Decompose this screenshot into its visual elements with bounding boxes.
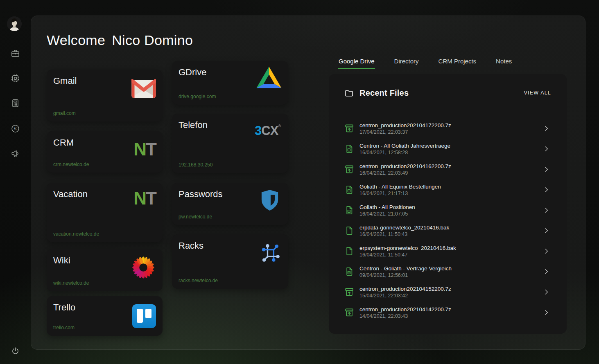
tile-vacation[interactable]: Vacation NT vacation.newtelco.de bbox=[47, 183, 163, 242]
tile-title: Gmail bbox=[53, 76, 77, 86]
file-timestamp: 14/04/2021, 22:03:43 bbox=[359, 313, 451, 319]
power-button[interactable] bbox=[10, 346, 20, 356]
spreadsheet-icon bbox=[344, 267, 354, 276]
tile-passwords[interactable]: Passwords pw.newtelco.de bbox=[172, 183, 288, 225]
tile-subtitle: drive.google.com bbox=[179, 94, 216, 99]
chevron-right-icon bbox=[542, 165, 550, 173]
newtelco-logo: NT bbox=[133, 140, 156, 158]
tab-google-drive[interactable]: Google Drive bbox=[338, 58, 375, 69]
tile-subtitle: racks.newtelco.de bbox=[179, 278, 218, 283]
newtelco-logo: NT bbox=[133, 189, 156, 207]
tile-title: Vacation bbox=[53, 189, 88, 200]
view-all-button[interactable]: VIEW ALL bbox=[524, 90, 551, 96]
tile-subtitle: 192.168.30.250 bbox=[179, 162, 212, 168]
archive-icon bbox=[344, 287, 354, 297]
user-photo bbox=[7, 16, 22, 31]
tab-directory[interactable]: Directory bbox=[394, 58, 419, 69]
tile-subtitle: wiki.newtelco.de bbox=[53, 280, 89, 286]
chevron-right-icon bbox=[542, 288, 550, 296]
chevron-right-icon bbox=[542, 124, 550, 133]
greeting-text: Welcome bbox=[47, 32, 105, 48]
recent-files-title: Recent Files bbox=[359, 88, 409, 98]
sidebar-item-announcements[interactable] bbox=[10, 148, 20, 159]
tile-gmail[interactable]: Gmail gmail.com bbox=[47, 70, 163, 121]
file-timestamp: 16/04/2021, 11:50:47 bbox=[359, 252, 456, 258]
recent-files-header: Recent Files VIEW ALL bbox=[344, 87, 551, 99]
page-title: WelcomeNico Domino bbox=[47, 32, 193, 48]
file-timestamp: 16/04/2021, 12:58:28 bbox=[359, 150, 450, 155]
document-icon bbox=[344, 226, 354, 236]
chevron-right-icon bbox=[542, 206, 550, 214]
sidebar: € bbox=[0, 0, 31, 364]
tile-title: CRM bbox=[53, 137, 74, 148]
file-name: centron_production202104142200.7z bbox=[359, 306, 451, 312]
tile-subtitle: pw.newtelco.de bbox=[179, 214, 212, 220]
archive-icon bbox=[344, 124, 354, 133]
chevron-right-icon bbox=[542, 145, 550, 153]
sidebar-item-finance[interactable]: € bbox=[10, 123, 20, 134]
file-row[interactable]: centron_production202104142200.7z14/04/2… bbox=[329, 302, 567, 323]
calculator-icon bbox=[11, 99, 20, 108]
tile-title: Wiki bbox=[53, 255, 70, 266]
file-row[interactable]: erpdata-gonnewtelco_20210416.bak16/04/20… bbox=[329, 220, 567, 241]
tile-title: GDrive bbox=[179, 67, 206, 78]
chevron-right-icon bbox=[542, 267, 550, 276]
file-row[interactable]: Centron - Goliath - Vertrage Vergleich09… bbox=[329, 261, 567, 282]
spreadsheet-icon bbox=[344, 185, 354, 195]
file-name: Goliath - All Positionen bbox=[359, 204, 415, 210]
file-row[interactable]: centron_production202104172200.7z17/04/2… bbox=[329, 118, 567, 139]
file-row[interactable]: Centron - All Goliath Jahresvertraege16/… bbox=[329, 139, 567, 159]
tile-gdrive[interactable]: GDrive drive.google.com bbox=[172, 61, 288, 105]
wiki-sunflower-icon bbox=[131, 255, 156, 280]
file-timestamp: 09/04/2021, 12:56:01 bbox=[359, 272, 452, 278]
euro-coin-icon: € bbox=[11, 124, 20, 133]
power-icon bbox=[11, 346, 20, 356]
google-drive-icon bbox=[256, 67, 282, 89]
avatar[interactable] bbox=[7, 16, 22, 31]
tile-subtitle: gmail.com bbox=[53, 110, 76, 116]
tile-title: Passwords bbox=[179, 189, 223, 200]
file-name: Centron - Goliath - Vertrage Vergleich bbox=[359, 265, 452, 272]
spreadsheet-icon bbox=[344, 205, 354, 215]
sidebar-item-calculator[interactable] bbox=[10, 98, 20, 108]
tile-subtitle: trello.com bbox=[53, 325, 75, 330]
tile-subtitle: vacation.newtelco.de bbox=[53, 231, 99, 237]
tile-title: Trello bbox=[53, 302, 75, 313]
file-list: centron_production202104172200.7z17/04/2… bbox=[329, 118, 567, 323]
chevron-right-icon bbox=[542, 247, 550, 255]
sidebar-item-briefcase[interactable] bbox=[10, 48, 20, 58]
tile-racks[interactable]: Racks bbox=[172, 234, 288, 289]
tile-telefon[interactable]: Telefon 3CX® 192.168.30.250 bbox=[172, 114, 288, 173]
megaphone-icon bbox=[11, 149, 20, 158]
tab-bar: Google Drive Directory CRM Projects Note… bbox=[338, 58, 512, 69]
tile-title: Telefon bbox=[179, 120, 208, 130]
file-row[interactable]: centron_production202104162200.7z16/04/2… bbox=[329, 159, 567, 180]
bitwarden-shield-icon bbox=[260, 189, 279, 212]
document-icon bbox=[344, 246, 354, 256]
file-row[interactable]: Goliath - All Equinix Bestellungen16/04/… bbox=[329, 180, 567, 200]
file-row[interactable]: Goliath - All Positionen16/04/2021, 21:0… bbox=[329, 200, 567, 220]
file-timestamp: 16/04/2021, 21:17:13 bbox=[359, 191, 441, 196]
tab-crm-projects[interactable]: CRM Projects bbox=[438, 58, 477, 69]
file-name: centron_production202104162200.7z bbox=[359, 163, 451, 169]
file-timestamp: 16/04/2021, 21:07:05 bbox=[359, 211, 415, 217]
trello-icon bbox=[132, 304, 156, 328]
file-timestamp: 16/04/2021, 11:50:43 bbox=[359, 231, 449, 237]
file-name: Centron - All Goliath Jahresvertraege bbox=[359, 143, 450, 149]
briefcase-icon bbox=[11, 49, 20, 58]
recent-files-panel: Recent Files VIEW ALL centron_production… bbox=[329, 74, 567, 334]
file-name: Goliath - All Equinix Bestellungen bbox=[359, 184, 441, 190]
chevron-right-icon bbox=[542, 308, 550, 317]
tile-wiki[interactable]: Wiki bbox=[47, 249, 163, 291]
file-timestamp: 16/04/2021, 22:03:49 bbox=[359, 170, 451, 176]
sidebar-item-devices[interactable] bbox=[10, 73, 20, 83]
file-timestamp: 17/04/2021, 22:03:37 bbox=[359, 129, 451, 135]
folder-icon bbox=[344, 88, 354, 98]
tile-crm[interactable]: CRM NT crm.newtelco.de bbox=[47, 131, 163, 173]
user-name-text: Nico Domino bbox=[112, 32, 193, 48]
file-row[interactable]: centron_production202104152200.7z15/04/2… bbox=[329, 282, 567, 302]
tab-notes[interactable]: Notes bbox=[495, 58, 512, 69]
file-row[interactable]: erpsystem-gonnewtelco_20210416.bak16/04/… bbox=[329, 241, 567, 261]
tile-trello[interactable]: Trello trello.com bbox=[47, 296, 163, 336]
svg-text:€: € bbox=[14, 126, 16, 131]
